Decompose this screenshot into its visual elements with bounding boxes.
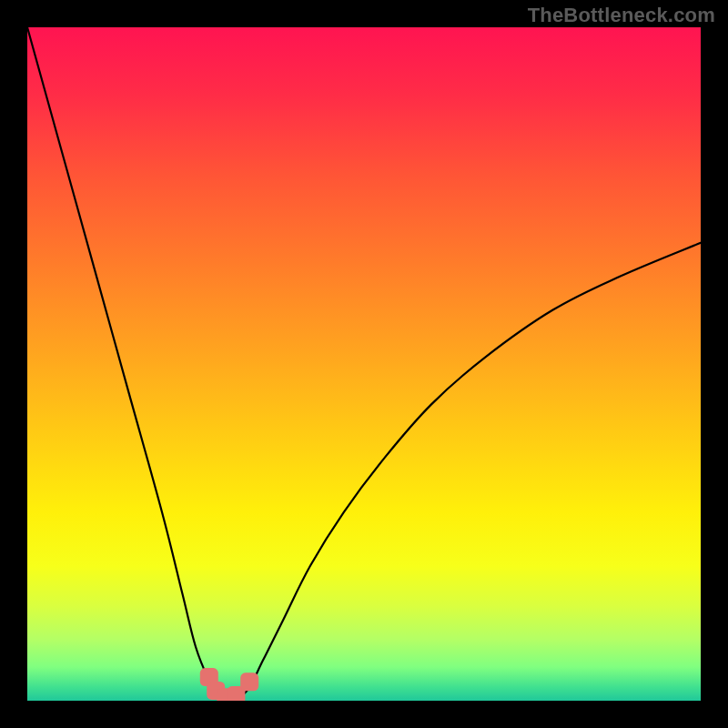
gradient-background: [27, 27, 701, 701]
bottleneck-chart: [27, 27, 701, 701]
watermark-text: TheBottleneck.com: [528, 4, 715, 27]
chart-container: TheBottleneck.com: [0, 0, 728, 728]
plot-area: [27, 27, 701, 701]
marker-point: [240, 672, 258, 691]
